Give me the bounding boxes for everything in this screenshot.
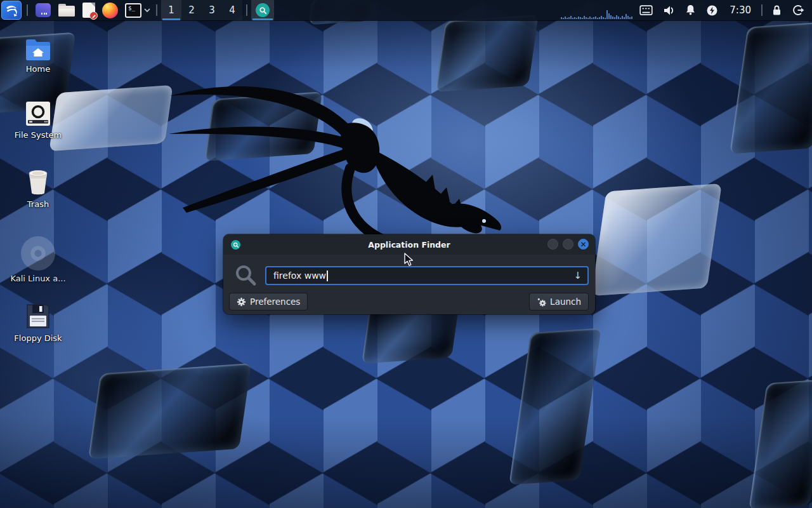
lock-icon xyxy=(771,4,782,16)
clock[interactable]: 7:30 xyxy=(723,4,757,16)
search-input[interactable]: firefox www ↓ xyxy=(265,266,589,285)
workspace-2[interactable]: 2 xyxy=(181,0,202,20)
launch-button[interactable]: Launch xyxy=(529,293,589,311)
arrow-down-icon[interactable]: ↓ xyxy=(573,270,582,281)
edit-badge-icon xyxy=(89,11,98,20)
panel-separator xyxy=(156,4,157,16)
filesystem-drive-icon xyxy=(3,100,73,127)
cpu-graph[interactable] xyxy=(561,0,634,20)
desktop-icon-label: Trash xyxy=(3,199,73,209)
window-titlebar[interactable]: Application Finder ✕ xyxy=(223,234,595,255)
text-editor-button[interactable] xyxy=(79,0,99,20)
window-title: Application Finder xyxy=(368,240,450,250)
home-folder-icon xyxy=(3,38,73,61)
search-glass-icon xyxy=(235,264,258,290)
keyboard-indicator[interactable] xyxy=(634,0,658,20)
top-panel: $_ 1 2 3 4 xyxy=(0,0,812,20)
desktop-icon-file-system[interactable]: File System xyxy=(3,100,73,140)
mouse-cursor xyxy=(404,253,414,267)
document-edit-icon xyxy=(82,3,95,18)
wallpaper-glass-cube xyxy=(591,184,722,296)
desktop-icon-label: Floppy Disk xyxy=(3,333,73,343)
kali-logo-icon xyxy=(1,1,22,20)
desktop-icon-label: Home xyxy=(3,64,73,74)
volume-control[interactable] xyxy=(658,0,680,20)
desktop-icon-label: Kali Linux a... xyxy=(3,274,73,283)
kali-cd-icon xyxy=(3,236,73,271)
window-switcher-button[interactable] xyxy=(32,0,55,20)
desktop-icon-floppy-disk[interactable]: Floppy Disk xyxy=(3,302,73,343)
window-icon xyxy=(36,3,51,17)
power-icon xyxy=(706,4,718,17)
firefox-icon xyxy=(102,3,118,18)
panel-separator xyxy=(246,4,247,16)
desktop-icon-home[interactable]: Home xyxy=(3,38,73,74)
power-manager[interactable] xyxy=(701,0,723,20)
application-finder-icon xyxy=(231,240,240,250)
launch-button-label: Launch xyxy=(550,297,581,307)
wallpaper-glass-cube xyxy=(88,363,251,459)
search-input-value: firefox www xyxy=(273,271,326,281)
close-button[interactable]: ✕ xyxy=(578,239,589,250)
workspace-3[interactable]: 3 xyxy=(202,0,222,20)
desktop-icon-label: File System xyxy=(3,130,73,140)
logout-icon xyxy=(792,4,804,16)
floppy-disk-icon xyxy=(3,302,73,330)
desktop-icon-trash[interactable]: Trash xyxy=(3,168,73,209)
notifications[interactable] xyxy=(680,0,701,20)
chevron-down-icon[interactable] xyxy=(143,8,151,13)
file-manager-button[interactable] xyxy=(55,0,79,20)
workspace-4[interactable]: 4 xyxy=(222,0,242,20)
workspace-1[interactable]: 1 xyxy=(161,0,181,20)
trash-icon xyxy=(3,168,73,196)
bell-icon xyxy=(685,4,696,16)
launch-icon xyxy=(537,297,546,307)
desktop-icon-kali-linux[interactable]: Kali Linux a... xyxy=(3,236,73,283)
preferences-button[interactable]: Preferences xyxy=(229,293,308,311)
terminal-icon: $_ xyxy=(125,3,141,18)
gear-icon xyxy=(237,297,246,307)
logout-button[interactable] xyxy=(787,0,812,20)
taskbar-application-finder[interactable] xyxy=(251,0,274,20)
minimize-button[interactable] xyxy=(547,239,558,250)
maximize-button[interactable] xyxy=(563,239,573,250)
panel-separator xyxy=(761,4,763,16)
screen-lock[interactable] xyxy=(766,0,787,20)
keyboard-icon xyxy=(639,5,653,16)
folder-icon xyxy=(58,4,75,17)
kali-menu-button[interactable] xyxy=(0,0,23,20)
application-finder-window: Application Finder ✕ firefox www ↓ Prefe… xyxy=(223,234,595,314)
firefox-button[interactable] xyxy=(99,0,121,20)
text-caret xyxy=(327,271,328,281)
volume-icon xyxy=(663,5,675,16)
kali-dragon-silhouette xyxy=(152,73,527,244)
panel-separator xyxy=(27,4,28,16)
search-icon xyxy=(256,3,270,17)
preferences-button-label: Preferences xyxy=(250,297,300,307)
terminal-button[interactable]: $_ xyxy=(121,0,152,20)
